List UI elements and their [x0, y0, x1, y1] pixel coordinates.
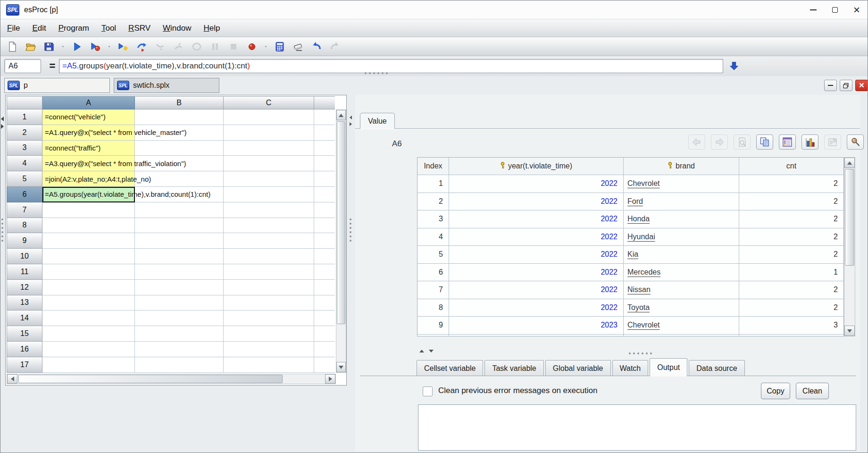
scroll-down-button[interactable]	[336, 362, 346, 372]
cell-D14[interactable]	[314, 310, 335, 326]
row-header-3[interactable]: 3	[7, 141, 42, 156]
tab-data-source[interactable]: Data source	[689, 360, 744, 376]
cell-A13[interactable]	[42, 295, 135, 311]
grid-vscrollbar[interactable]	[336, 109, 346, 373]
row-header-15[interactable]: 15	[7, 326, 42, 342]
left-edge-splitter[interactable]	[1, 218, 3, 242]
frame-close-button[interactable]: ✕	[855, 80, 868, 91]
pin-button[interactable]	[847, 134, 864, 150]
cell-D11[interactable]	[314, 264, 335, 280]
cell-A16[interactable]	[42, 342, 135, 357]
output-console[interactable]	[418, 404, 856, 451]
panel-splitter[interactable]	[350, 218, 351, 242]
menu-item-help[interactable]: Help	[204, 24, 220, 33]
cell-D15[interactable]	[314, 326, 335, 342]
cell-B11[interactable]	[135, 264, 224, 280]
cell-A2[interactable]: =A1.query@x("select * from vehicle_maste…	[42, 125, 135, 141]
cell-D9[interactable]	[314, 233, 335, 249]
cell-D3[interactable]	[314, 141, 335, 156]
cell-A4[interactable]: =A3.query@x("select * from traffic_viola…	[42, 156, 135, 171]
cell-B12[interactable]	[135, 280, 224, 295]
cell-B8[interactable]	[135, 218, 224, 234]
tab-watch[interactable]: Watch	[612, 360, 649, 376]
cell-C1[interactable]	[224, 109, 314, 125]
undo-icon[interactable]	[310, 41, 323, 53]
menu-item-edit[interactable]: Edit	[32, 24, 46, 33]
hscroll-thumb[interactable]	[18, 375, 283, 383]
cell-D5[interactable]	[314, 171, 335, 187]
menu-item-program[interactable]: Program	[58, 24, 89, 33]
formula-expand-button[interactable]	[727, 59, 741, 73]
cell-B13[interactable]	[135, 295, 224, 311]
left-collapse-handle[interactable]	[1, 117, 4, 129]
row-header-5[interactable]: 5	[7, 171, 42, 187]
vscroll-thumb[interactable]	[337, 121, 345, 324]
copy-button[interactable]: Copy	[761, 383, 790, 399]
tab-output[interactable]: Output	[650, 358, 687, 376]
cell-C5[interactable]	[224, 171, 314, 187]
new-file-icon[interactable]	[6, 41, 18, 53]
cell-B17[interactable]	[135, 357, 224, 373]
row-header-9[interactable]: 9	[7, 233, 42, 249]
window-maximize-button[interactable]	[824, 0, 846, 19]
file-tab-p[interactable]: SPLp	[4, 78, 110, 93]
cell-B14[interactable]	[135, 310, 224, 326]
column-header-B[interactable]: B	[135, 96, 224, 109]
draw-chart-button[interactable]	[801, 134, 818, 150]
cell-A14[interactable]	[42, 310, 135, 326]
row-header-7[interactable]: 7	[7, 202, 42, 218]
cell-D7[interactable]	[314, 202, 335, 218]
cell-C12[interactable]	[224, 280, 314, 295]
clean-button[interactable]: Clean	[796, 383, 829, 399]
cell-A15[interactable]	[42, 326, 135, 342]
cell-D4[interactable]	[314, 156, 335, 171]
column-header-Index[interactable]: Index	[417, 158, 449, 175]
tab-value[interactable]: Value	[360, 113, 395, 129]
cell-A11[interactable]	[42, 264, 135, 280]
menu-item-tool[interactable]: Tool	[101, 24, 116, 33]
clean-errors-checkbox[interactable]	[423, 386, 433, 396]
row-header-2[interactable]: 2	[7, 125, 42, 141]
cell-C8[interactable]	[224, 218, 314, 234]
bottom-splitter-grip[interactable]	[629, 352, 652, 354]
cell-A8[interactable]	[42, 218, 135, 234]
scroll-up-button[interactable]	[336, 110, 346, 120]
column-header-year(t.violate_time)[interactable]: year(t.violate_time)	[449, 158, 624, 175]
cell-C10[interactable]	[224, 249, 314, 264]
column-header-cnt[interactable]: cnt	[739, 158, 843, 175]
cell-A12[interactable]	[42, 280, 135, 295]
horizontal-splitter-grip[interactable]	[365, 72, 388, 74]
cell-C11[interactable]	[224, 264, 314, 280]
cell-D16[interactable]	[314, 342, 335, 357]
calculator-icon[interactable]	[274, 41, 286, 53]
scroll-left-button[interactable]	[7, 374, 17, 384]
cell-D8[interactable]	[314, 218, 335, 234]
row-header-13[interactable]: 13	[7, 295, 42, 311]
cell-D6[interactable]	[314, 187, 335, 202]
cell-A7[interactable]	[42, 202, 135, 218]
cell-B15[interactable]	[135, 326, 224, 342]
step-next-icon[interactable]	[135, 41, 148, 53]
cell-B16[interactable]	[135, 342, 224, 357]
column-header-brand[interactable]: brand	[624, 158, 739, 175]
row-header-8[interactable]: 8	[7, 218, 42, 234]
cell-B7[interactable]	[135, 202, 224, 218]
row-header-1[interactable]: 1	[7, 109, 42, 125]
value-table-scrollbar[interactable]	[844, 157, 855, 336]
cell-A10[interactable]	[42, 249, 135, 264]
file-tab-swtich.splx[interactable]: SPLswtich.splx	[114, 78, 219, 93]
breakpoint-icon[interactable]	[246, 41, 258, 53]
column-header-C[interactable]: C	[224, 96, 314, 109]
cell-D2[interactable]	[314, 125, 335, 141]
cell-A17[interactable]	[42, 357, 135, 373]
cell-D10[interactable]	[314, 249, 335, 264]
row-header-12[interactable]: 12	[7, 280, 42, 295]
cell-B9[interactable]	[135, 233, 224, 249]
menu-item-window[interactable]: Window	[163, 24, 191, 33]
row-header-10[interactable]: 10	[7, 249, 42, 264]
window-close-button[interactable]: ×	[846, 0, 868, 19]
cell-D17[interactable]	[314, 357, 335, 373]
cell-C13[interactable]	[224, 295, 314, 311]
cell-C17[interactable]	[224, 357, 314, 373]
cell-A1[interactable]: =connect("vehicle")	[42, 109, 135, 125]
